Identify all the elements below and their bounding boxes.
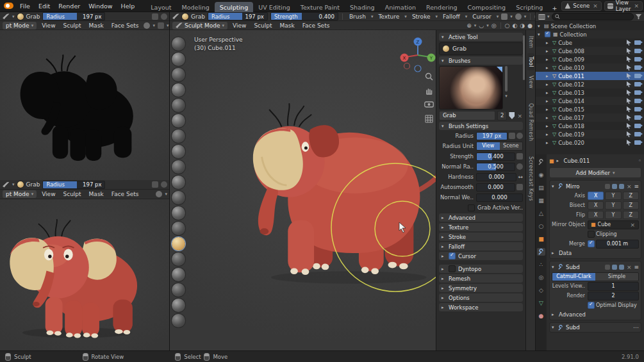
brush-preview-swatch[interactable] — [17, 181, 24, 188]
menu-brush[interactable]: Brush — [347, 13, 368, 20]
strength-slider[interactable]: 0.400 — [476, 152, 515, 161]
pressure-icon[interactable] — [516, 153, 523, 160]
sidebar-tab-view[interactable]: View — [527, 72, 534, 92]
pressure-icon[interactable] — [516, 184, 523, 190]
flip-y-button[interactable]: Y — [605, 211, 621, 219]
expand-icon[interactable]: ▸ — [546, 40, 550, 45]
tab-uv-editing[interactable]: UV Editing — [253, 2, 295, 12]
selectable-icon[interactable] — [627, 115, 631, 120]
mode-dropdown[interactable]: pt Mode ▾ — [3, 190, 37, 198]
pressure-icon[interactable] — [509, 133, 515, 139]
editor-type-icon[interactable] — [172, 13, 179, 19]
mode-dropdown[interactable]: pt Mode ▾ — [3, 22, 37, 29]
merge-checkbox[interactable] — [588, 240, 595, 247]
elephant-model-front[interactable] — [5, 211, 143, 349]
render-visibility-icon[interactable] — [634, 107, 641, 111]
expand-icon[interactable]: ▸ — [546, 49, 550, 54]
properties-tab-world[interactable]: ○ — [537, 222, 545, 230]
expand-icon[interactable]: ▸ — [546, 140, 550, 145]
editor-type-icon[interactable] — [3, 13, 10, 19]
zoom-icon[interactable] — [425, 72, 433, 81]
expand-icon[interactable]: ▸ — [546, 65, 550, 70]
remove-modifier-icon[interactable]: × — [626, 183, 632, 190]
section-brush-settings[interactable]: ▾ Brush Settings — [439, 122, 523, 130]
outliner-scene-collection[interactable]: ▾ ▤ Scene Collection — [536, 22, 644, 30]
properties-tab-output[interactable]: ▤ — [537, 184, 545, 192]
render-visibility-icon[interactable] — [634, 99, 641, 103]
menu-texture[interactable]: Texture — [376, 13, 402, 20]
menu-edit[interactable]: Edit — [35, 2, 54, 10]
section-brushes[interactable]: ▾ Brushes — [439, 56, 523, 65]
selectable-icon[interactable] — [627, 98, 631, 104]
bisect-y-button[interactable]: Y — [605, 201, 621, 210]
sidebar-tab-item[interactable]: Item — [527, 33, 534, 51]
navigation-gizmo[interactable]: Z Y X — [399, 37, 436, 74]
view-layer-remove-icon[interactable]: × — [634, 3, 640, 9]
strength-slider[interactable]: Strength 0.400 — [270, 12, 338, 21]
fake-user-shield-icon[interactable] — [509, 112, 515, 119]
bisect-z-button[interactable]: Z — [623, 201, 639, 210]
merge-value-field[interactable]: 0.001 m — [596, 240, 639, 249]
expand-icon[interactable]: ▸ — [546, 82, 550, 87]
render-visibility-icon[interactable] — [634, 49, 641, 53]
render-visibility-icon[interactable] — [634, 82, 641, 86]
header-option-icon[interactable] — [161, 13, 167, 20]
tab-animation[interactable]: Animation — [380, 2, 421, 12]
scene-selector[interactable]: Scene × — [561, 1, 601, 11]
falloff-shape-dropdown-icon[interactable] — [515, 13, 522, 20]
properties-tab-tool[interactable] — [537, 158, 545, 166]
properties-tab-physics[interactable]: ◎ — [537, 274, 545, 281]
brush-users-count[interactable]: 2 — [497, 111, 507, 120]
menu-sculpt[interactable]: Sculpt — [61, 22, 84, 29]
outliner-item[interactable]: ▸ ▽ Cube.008 — [536, 47, 644, 55]
menu-stroke[interactable]: Stroke — [409, 13, 433, 20]
tab-layout[interactable]: Layout — [145, 2, 176, 12]
render-visibility-icon[interactable] — [634, 65, 641, 70]
radius-slider[interactable]: Radius 197 px — [42, 181, 105, 189]
tab-rendering[interactable]: Rendering — [421, 2, 463, 12]
menu-face-sets[interactable]: Face Sets — [109, 22, 142, 29]
outliner-item[interactable]: ▸ ▽ Cube.010 — [536, 63, 644, 72]
menu-sculpt[interactable]: Sculpt — [251, 22, 274, 29]
menu-render[interactable]: Render — [54, 2, 84, 10]
expand-icon[interactable]: ▸ — [546, 90, 550, 95]
editor-type-icon[interactable] — [3, 182, 10, 188]
expand-icon[interactable]: ▸ — [546, 57, 550, 62]
section-remesh[interactable]: ▸ Remesh — [439, 274, 523, 283]
brush-thumbnail[interactable] — [439, 66, 503, 110]
viewport-bottom-left[interactable] — [0, 199, 170, 350]
expand-icon[interactable]: ▸ — [546, 74, 550, 79]
partial-modifier-header[interactable]: ▾ Subd ⋯ — [552, 324, 639, 331]
selectable-icon[interactable] — [627, 123, 631, 129]
render-visibility-icon[interactable] — [634, 115, 641, 120]
sidebar-scrollbar[interactable] — [523, 35, 525, 80]
tab-sculpting[interactable]: Sculpting — [215, 2, 253, 12]
expand-icon[interactable]: ▸ — [546, 107, 550, 112]
section-cursor[interactable]: ▸ Cursor — [439, 252, 523, 260]
show-gizmo-icon[interactable]: ○ — [505, 22, 510, 29]
render-visibility-icon[interactable] — [634, 40, 641, 45]
edit-mode-display-toggle[interactable] — [605, 184, 610, 189]
selectable-icon[interactable] — [627, 106, 631, 112]
outliner-item[interactable]: ▸ ▽ Cube — [536, 38, 644, 47]
selectable-icon[interactable] — [627, 56, 631, 62]
outliner-item[interactable]: ▸ ▽ Cube.014 — [536, 97, 644, 105]
render-visibility-icon[interactable] — [634, 74, 641, 78]
expand-icon[interactable]: ▸ — [546, 132, 550, 137]
active-tool-box[interactable]: Grab — [439, 42, 523, 55]
outliner-collection[interactable]: ▾ ▦ Collection — [536, 30, 644, 38]
proportional-edit-icon[interactable]: ◎ — [491, 22, 497, 29]
menu-mask[interactable]: Mask — [277, 22, 297, 29]
radius-slider[interactable]: 197 px — [476, 132, 508, 140]
outliner-item[interactable]: ▸ ▽ Cube.009 — [536, 55, 644, 63]
properties-tab-object-data[interactable]: ▽ — [537, 299, 545, 307]
flip-x-button[interactable]: X — [588, 211, 604, 219]
autosmooth-slider[interactable]: 0.000 — [476, 183, 515, 192]
brush-preview-swatch[interactable] — [182, 13, 188, 20]
normal-weight-slider[interactable]: 0.000 — [476, 193, 523, 202]
render-visibility-icon[interactable] — [634, 132, 641, 136]
radius-unit-scene[interactable]: Scene — [500, 142, 523, 150]
bisect-x-button[interactable]: X — [588, 201, 604, 210]
render-visibility-icon[interactable] — [634, 57, 641, 62]
normal-radius-slider[interactable]: 0.500 — [476, 163, 515, 171]
